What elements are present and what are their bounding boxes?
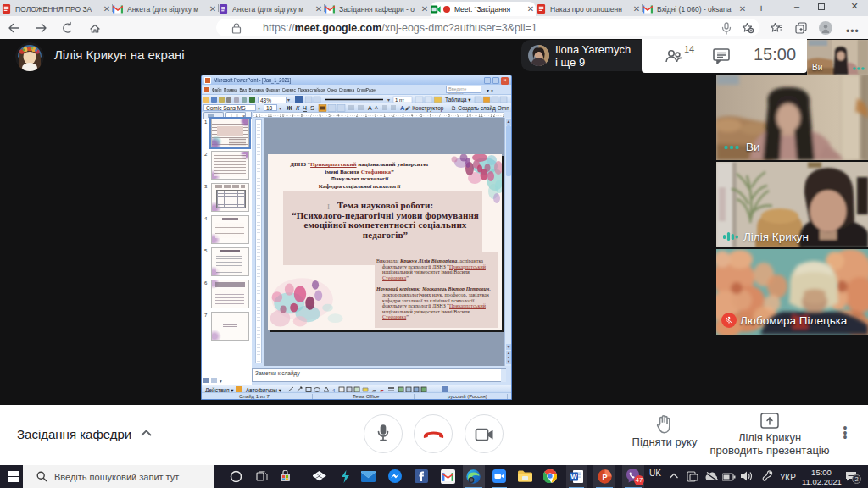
svg-text:🗋 Создать слайд OmniPage ▾: 🗋 Создать слайд OmniPage ▾	[451, 105, 509, 112]
svg-text:К: К	[296, 104, 300, 112]
svg-text:W: W	[570, 473, 577, 480]
svg-text:Таблица ▾: Таблица ▾	[445, 97, 471, 103]
svg-text:Ч: Ч	[303, 104, 307, 112]
svg-text:Ж: Ж	[286, 104, 292, 112]
svg-text:S: S	[310, 104, 314, 112]
svg-text:А: А	[375, 105, 378, 110]
svg-text:▾: ▾	[220, 379, 222, 384]
svg-text:1 пт: 1 пт	[395, 97, 404, 103]
svg-text:▾: ▾	[387, 97, 390, 103]
svg-text:А: А	[368, 105, 372, 111]
svg-text:🖉 Конструктор: 🖉 Конструктор	[405, 105, 444, 112]
svg-text:P: P	[602, 473, 607, 481]
